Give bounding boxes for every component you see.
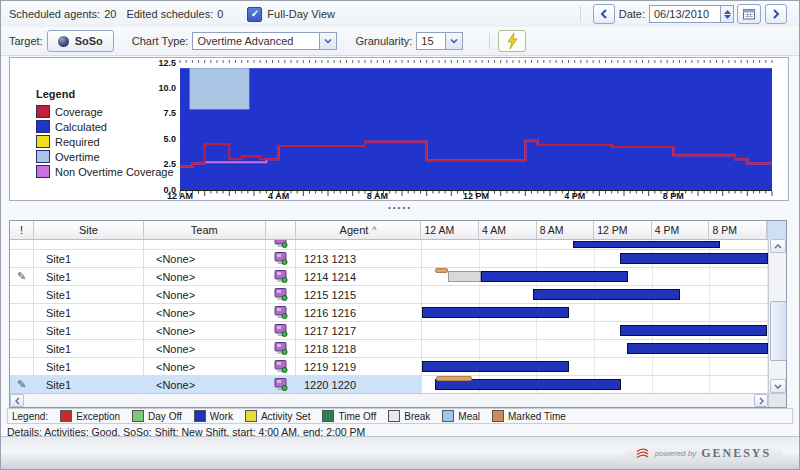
calculated-area	[180, 68, 772, 190]
x-tick-label: 12 PM	[463, 191, 489, 200]
schedule-grid-panel: !SiteTeamAgent^12 AM4 AM8 AM12 PM4 PM8 P…	[9, 220, 787, 408]
team-cell: <None>	[144, 304, 266, 321]
next-day-button[interactable]	[765, 4, 787, 24]
team-cell: <None>	[144, 250, 266, 267]
column-header-team[interactable]: Team	[144, 221, 266, 239]
scrollbar-corner	[768, 393, 786, 407]
chart-type-label: Chart Type:	[132, 35, 189, 47]
time-column-header[interactable]: 12 AM	[421, 221, 479, 239]
table-row[interactable]: Site1<None>1218 1218	[10, 340, 786, 358]
site-cell: Site1	[34, 304, 144, 321]
refresh-chart-button[interactable]	[498, 30, 526, 52]
table-row[interactable]: Site1<None>1216 1216	[10, 304, 786, 322]
shift-work-bar[interactable]	[533, 289, 680, 300]
chart-type-select[interactable]: Overtime Advanced	[192, 32, 337, 50]
time-column-label: 4 AM	[482, 224, 506, 236]
row-edited-cell	[10, 322, 34, 339]
granularity-value: 15	[416, 32, 446, 50]
agent-state-icon	[274, 240, 288, 248]
globe-icon	[58, 36, 69, 47]
shift-work-bar[interactable]	[620, 325, 766, 336]
previous-day-button[interactable]	[593, 4, 615, 24]
table-row[interactable]: ✎Site1<None>1214 1214	[10, 268, 786, 286]
time-column-header[interactable]: 8 PM	[709, 221, 767, 239]
shift-work-bar[interactable]	[422, 307, 569, 318]
target-value: SoSo	[75, 35, 103, 47]
scroll-right-button[interactable]	[754, 394, 768, 407]
chart-legend-item-label: Overtime	[55, 151, 100, 163]
coverage-chart: 12 AM4 AM8 AM12 PM4 PM8 PM0.02.55.07.510…	[140, 58, 788, 200]
status-bar: powered by GENESYS	[1, 436, 799, 469]
table-row[interactable]: Site1<None>1219 1219	[10, 358, 786, 376]
site-cell: Site1	[34, 286, 144, 303]
date-label: Date:	[619, 8, 645, 20]
granularity-dropdown-button[interactable]	[446, 32, 463, 50]
time-column-label: 4 PM	[655, 224, 680, 236]
shift-break-bar[interactable]	[448, 271, 481, 282]
gantt-cell	[422, 322, 768, 339]
wfm-schedule-window: Scheduled agents: 20 Edited schedules: 0…	[0, 0, 800, 470]
calendar-button[interactable]	[737, 4, 761, 24]
row-edited-cell: ✎	[10, 268, 34, 285]
date-input[interactable]: 06/13/2010	[649, 5, 721, 23]
lightning-icon	[506, 33, 519, 49]
vertical-scrollbar[interactable]	[768, 239, 786, 393]
legend-swatch-icon	[245, 410, 257, 422]
table-row[interactable]: Site1<None>1215 1215	[10, 286, 786, 304]
pencil-icon: ✎	[17, 378, 26, 391]
row-edited-cell	[10, 286, 34, 303]
shift-work-bar[interactable]	[627, 343, 768, 354]
horizontal-scrollbar[interactable]	[10, 393, 768, 407]
schedule-legend-item-label: Break	[404, 411, 430, 422]
column-header-agent[interactable]: Agent^	[296, 221, 422, 239]
y-tick-label: 10.0	[158, 83, 176, 93]
shift-work-bar[interactable]	[620, 253, 768, 264]
header-corner	[767, 221, 786, 239]
date-spinner[interactable]	[721, 5, 734, 23]
scroll-up-button[interactable]	[770, 239, 786, 253]
site-cell: Site1	[34, 268, 144, 285]
time-column-header[interactable]: 4 PM	[652, 221, 710, 239]
time-column-label: 8 AM	[540, 224, 564, 236]
y-tick-label: 12.5	[158, 58, 176, 68]
granularity-select[interactable]: 15	[416, 32, 463, 50]
schedule-legend-item: Break	[388, 410, 430, 422]
column-header-excl[interactable]: !	[10, 221, 34, 239]
chevron-right-icon	[759, 397, 764, 405]
agent-state-icon	[274, 324, 288, 337]
x-tick-label: 4 PM	[564, 191, 585, 200]
splitter-handle[interactable]: •••••	[1, 201, 799, 219]
shift-work-bar[interactable]	[573, 241, 720, 248]
chevron-down-icon	[774, 384, 782, 389]
vertical-scrollbar-thumb[interactable]	[770, 301, 787, 361]
schedule-legend-item-label: Marked Time	[508, 411, 566, 422]
agent-name-cell: 1216 1216	[296, 304, 422, 321]
time-column-header[interactable]: 12 PM	[594, 221, 652, 239]
column-header-icon[interactable]	[266, 221, 296, 239]
time-column-header[interactable]: 8 AM	[537, 221, 595, 239]
marked-time-bar[interactable]	[436, 376, 472, 381]
target-button[interactable]: SoSo	[47, 30, 114, 52]
shift-work-bar[interactable]	[422, 361, 569, 372]
team-cell: <None>	[144, 286, 266, 303]
table-row[interactable]: ✎Site1<None>1220 1220	[10, 376, 786, 394]
time-column-label: 12 PM	[597, 224, 627, 236]
scroll-down-button[interactable]	[770, 379, 786, 393]
legend-swatch-icon	[442, 410, 454, 422]
full-day-view-checkbox[interactable]: ✓	[247, 7, 262, 22]
scroll-left-button[interactable]	[10, 394, 24, 407]
row-edited-cell	[10, 240, 34, 249]
column-header-label: Site	[79, 224, 98, 236]
time-column-header[interactable]: 4 AM	[479, 221, 537, 239]
site-cell: Site1	[34, 250, 144, 267]
table-row[interactable]: Site1<None>1217 1217	[10, 322, 786, 340]
shift-work-bar[interactable]	[481, 271, 628, 282]
x-tick-label: 4 AM	[268, 191, 289, 200]
agent-state-icon	[274, 306, 288, 319]
marked-time-bar[interactable]	[435, 268, 448, 273]
table-row[interactable]	[10, 240, 786, 250]
x-tick-label: 8 AM	[367, 191, 388, 200]
column-header-site[interactable]: Site	[34, 221, 144, 239]
chart-type-dropdown-button[interactable]	[320, 32, 337, 50]
table-row[interactable]: Site1<None>1213 1213	[10, 250, 786, 268]
